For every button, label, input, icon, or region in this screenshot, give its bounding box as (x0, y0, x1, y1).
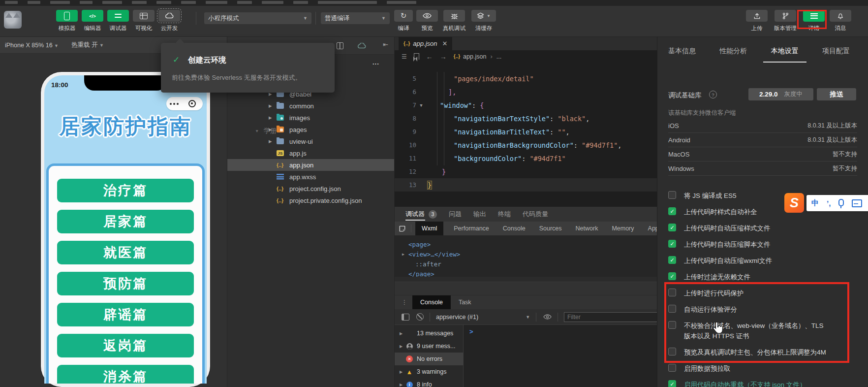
settings-checkbox-row[interactable]: 预览及真机调试时主包、分包体积上限调整为4M (668, 347, 858, 357)
debugger-tab[interactable]: 问题 (449, 207, 462, 222)
checkbox[interactable] (668, 364, 676, 372)
checkbox[interactable] (668, 256, 676, 264)
preview-button[interactable]: 预览 (416, 10, 438, 32)
inspect-element-icon[interactable] (399, 225, 406, 232)
console-group-row[interactable]: ▶ No errors (395, 353, 463, 365)
checkbox[interactable] (668, 348, 676, 355)
devtools-tab[interactable]: Memory (608, 222, 637, 235)
app-nav-button[interactable]: 辟谣篇 (57, 303, 194, 326)
console-prompt[interactable]: > (469, 328, 473, 335)
styles-pane-splitter[interactable] (395, 277, 657, 295)
compile-button[interactable]: ↻ 编译 (394, 10, 413, 32)
nav-back-icon[interactable]: ← (426, 53, 433, 61)
message-button[interactable]: 消息 (830, 10, 851, 32)
collapse-sidebar-icon[interactable]: ⇤ (383, 41, 388, 48)
settings-checkbox-row[interactable]: 上传代码时自动压缩脚本文件 (668, 239, 858, 250)
clear-console-icon[interactable] (416, 313, 424, 321)
filter-input[interactable] (564, 312, 657, 322)
checkbox[interactable] (668, 240, 676, 248)
settings-checkbox-row[interactable]: 上传代码时自动压缩样式文件 (668, 223, 858, 233)
checkbox[interactable] (668, 272, 676, 280)
toolbar-panel-button[interactable]: 模拟器 (56, 10, 78, 32)
devtools-tab[interactable]: Wxml (415, 222, 443, 235)
toggle-sidebar-icon[interactable] (402, 314, 409, 321)
miniprogram-capsule[interactable] (166, 97, 203, 110)
file-tree-item[interactable]: ▶ app.js (227, 147, 394, 159)
ime-language-toggle[interactable]: 中 (811, 198, 819, 208)
devtools-tab[interactable]: Console (499, 222, 529, 235)
checkbox[interactable] (668, 321, 676, 329)
file-tree-item[interactable]: ▶ pages (227, 124, 394, 135)
settings-checkbox-row[interactable]: 上传代码时自动压缩wxml文件 (668, 256, 858, 266)
toolbar-panel-button[interactable]: 调试器 (107, 10, 129, 32)
app-nav-button[interactable]: 返岗篇 (57, 334, 194, 357)
console-group-row[interactable]: ▶ 3 warnings (395, 365, 463, 378)
checkbox[interactable] (668, 224, 676, 231)
debugger-tab[interactable]: 调试器 3 (405, 207, 437, 222)
user-avatar[interactable] (4, 11, 22, 29)
compile-mode-dropdown[interactable]: 普通编译 ▼ (321, 12, 390, 24)
debugger-tab[interactable]: 终端 (498, 207, 511, 222)
file-tree-item[interactable]: ▶ project.private.config.json (227, 194, 394, 206)
app-nav-button[interactable]: 治疗篇 (57, 179, 194, 202)
wxml-tree[interactable]: ▶ <page> ▶ <view>…</view> ▶ ::after ▶ </… (395, 235, 657, 277)
settings-checkbox-row[interactable]: 启用数据预拉取 (668, 363, 858, 374)
outline-list-icon[interactable]: ☰ (402, 53, 407, 60)
checkbox[interactable] (668, 289, 676, 296)
file-tree-item[interactable]: ▶ app.wxss (227, 171, 394, 183)
app-nav-button[interactable]: 居家篇 (57, 210, 194, 233)
wxml-node[interactable]: ▶ <view>…</view> (408, 249, 657, 259)
settings-tab[interactable]: 本地设置 (771, 47, 799, 63)
clear-cache-button[interactable]: ▼ 清缓存 (470, 10, 497, 32)
console-group-row[interactable]: ▶ 13 messages (395, 327, 463, 340)
context-dropdown[interactable]: appservice (#1) (436, 314, 478, 321)
app-nav-button[interactable]: 就医篇 (57, 241, 194, 264)
checkbox[interactable] (668, 191, 676, 199)
checkbox[interactable] (668, 207, 676, 215)
debugger-tab[interactable]: 代码质量 (523, 207, 548, 222)
device-dropdown[interactable]: iPhone X 85% 16 ▼ (5, 42, 59, 49)
app-nav-button[interactable]: 消杀篇 (57, 365, 194, 384)
settings-tab[interactable]: 性能分析 (719, 47, 747, 63)
wxml-node[interactable]: ▶ <page> (408, 239, 657, 249)
checkbox[interactable] (668, 305, 676, 313)
mode-dropdown[interactable]: 小程序模式 ▼ (204, 12, 311, 24)
debugger-tab[interactable]: 输出 (473, 207, 486, 222)
settings-tab[interactable]: 项目配置 (822, 47, 850, 63)
code-area[interactable]: 5 ▼ "pages/index/detail" 6 ▼ ], 7 ▼ "win… (395, 63, 657, 207)
eye-icon[interactable] (543, 314, 552, 320)
file-tree-item[interactable]: ▶ images (227, 112, 394, 124)
editor-tab-appjson[interactable]: {..} app.json ✕ (399, 37, 452, 50)
keyboard-icon[interactable] (852, 199, 862, 207)
breadcrumb-file[interactable]: app.json (463, 53, 486, 60)
ime-punctuation-toggle[interactable]: ’, (827, 199, 831, 207)
settings-checkbox-row[interactable]: 自动运行体验评分 (668, 304, 858, 315)
sogou-logo-icon[interactable]: S (784, 193, 804, 213)
file-tree-item[interactable]: ▶ common (227, 100, 394, 112)
devtools-tab[interactable]: Network (572, 222, 602, 235)
toolbar-panel-button[interactable]: 可视化 (133, 10, 155, 32)
file-tree-item[interactable]: ▶ project.config.json (227, 183, 394, 194)
split-editor-icon[interactable] (337, 42, 343, 49)
settings-checkbox-row[interactable]: 不校验合法域名、web-view（业务域名）、TLS 版本以及 HTTPS 证书 (668, 321, 858, 341)
toolbar-panel-button[interactable]: 云开发 (158, 10, 180, 32)
version-manage-button[interactable]: 版本管理 (773, 10, 798, 32)
devtools-tab[interactable]: Performance (450, 222, 493, 235)
wxml-node[interactable]: ▶ ::after (408, 259, 657, 269)
file-tree-item[interactable]: ▶ app.json (227, 159, 394, 171)
help-icon[interactable]: ? (709, 91, 717, 98)
settings-checkbox-row[interactable]: 上传时进行代码保护 (668, 288, 858, 298)
upload-button[interactable]: 上传 (746, 10, 768, 32)
settings-checkbox-row[interactable]: 启用代码自动热重载（不支持 json 文件） (668, 380, 858, 387)
toolbar-panel-button[interactable]: </> 编辑器 (82, 10, 103, 32)
remote-debug-button[interactable]: 真机调试 (441, 10, 467, 32)
hot-reload-dropdown[interactable]: 热重载 开 ▼ (71, 41, 104, 49)
push-button[interactable]: 推送 (817, 88, 856, 100)
console-tab[interactable]: Console (412, 295, 451, 309)
settings-checkbox-row[interactable]: 上传时过滤无依赖文件 (668, 272, 858, 282)
devtools-tab[interactable]: Sources (536, 222, 565, 235)
bookmark-icon[interactable] (414, 53, 419, 60)
app-nav-button[interactable]: 预防篇 (57, 272, 194, 295)
close-icon[interactable]: ✕ (442, 40, 448, 47)
settings-tab[interactable]: 基本信息 (668, 47, 696, 63)
